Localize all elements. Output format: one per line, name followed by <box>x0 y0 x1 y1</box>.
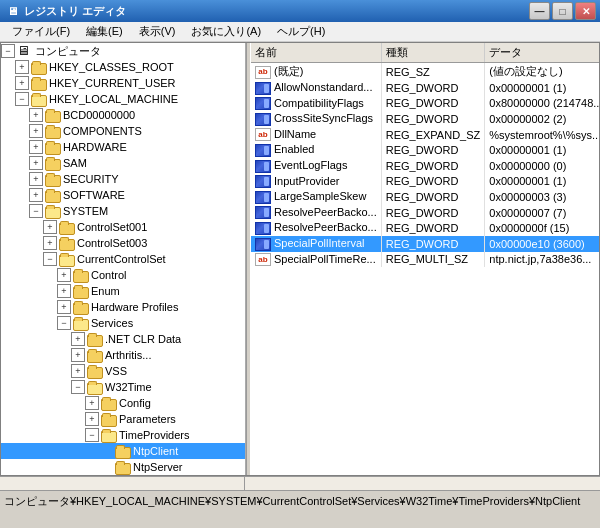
tree-node-w32time[interactable]: −W32Time <box>1 379 245 395</box>
tree-label-security: SECURITY <box>63 173 119 185</box>
expander-hwprofiles[interactable]: + <box>57 300 71 314</box>
status-bar: コンピュータ¥HKEY_LOCAL_MACHINE¥SYSTEM¥Current… <box>0 490 600 512</box>
expander-w32time[interactable]: − <box>71 380 85 394</box>
table-row[interactable]: EventLogFlags REG_DWORD 0x00000000 (0) <box>251 158 599 174</box>
col-type[interactable]: 種類 <box>381 43 485 63</box>
expander-control[interactable]: + <box>57 268 71 282</box>
cell-name: EventLogFlags <box>251 158 381 174</box>
tree-label-hardware: HARDWARE <box>63 141 127 153</box>
table-row[interactable]: SpecialPollInterval REG_DWORD 0x00000e10… <box>251 236 599 252</box>
tree-node-enum[interactable]: +Enum <box>1 283 245 299</box>
table-row[interactable]: ab(既定) REG_SZ (値の設定なし) <box>251 63 599 81</box>
expander-enum[interactable]: + <box>57 284 71 298</box>
tree-node-dotnetclr[interactable]: +.NET CLR Data <box>1 331 245 347</box>
col-data[interactable]: データ <box>485 43 599 63</box>
detail-scrollbar[interactable] <box>245 477 600 490</box>
icon-dword <box>255 175 271 188</box>
icon-sz: ab <box>255 128 271 141</box>
expander-timeproviders[interactable]: − <box>85 428 99 442</box>
tree-node-components[interactable]: +COMPONENTS <box>1 123 245 139</box>
tree-node-hkcu[interactable]: +HKEY_CURRENT_USER <box>1 75 245 91</box>
tree-node-vss[interactable]: +VSS <box>1 363 245 379</box>
expander-hkcr[interactable]: + <box>15 60 29 74</box>
expander-components[interactable]: + <box>29 124 43 138</box>
tree-node-hardware[interactable]: +HARDWARE <box>1 139 245 155</box>
tree-node-parameters[interactable]: +Parameters <box>1 411 245 427</box>
expander-services[interactable]: − <box>57 316 71 330</box>
reg-name: EventLogFlags <box>274 159 347 171</box>
tree-node-arthritis[interactable]: +Arthritis... <box>1 347 245 363</box>
expander-hardware[interactable]: + <box>29 140 43 154</box>
expander-dotnetclr[interactable]: + <box>71 332 85 346</box>
tree-node-system[interactable]: −SYSTEM <box>1 203 245 219</box>
folder-icon-services <box>73 316 89 330</box>
table-row[interactable]: Enabled REG_DWORD 0x00000001 (1) <box>251 142 599 158</box>
cell-type: REG_DWORD <box>381 158 485 174</box>
expander-vss[interactable]: + <box>71 364 85 378</box>
tree-node-hklm[interactable]: −HKEY_LOCAL_MACHINE <box>1 91 245 107</box>
cell-type: REG_MULTI_SZ <box>381 252 485 268</box>
menu-edit[interactable]: 編集(E) <box>78 22 131 41</box>
tree-node-timeproviders[interactable]: −TimeProviders <box>1 427 245 443</box>
cell-type: REG_SZ <box>381 63 485 81</box>
menu-help[interactable]: ヘルプ(H) <box>269 22 333 41</box>
expander-computer[interactable]: − <box>1 44 15 58</box>
col-name[interactable]: 名前 <box>251 43 381 63</box>
folder-icon-hklm <box>31 92 47 106</box>
expander-ccs003[interactable]: + <box>43 236 57 250</box>
tree-node-ntpserver[interactable]: NtpServer <box>1 459 245 475</box>
tree-scrollbar[interactable] <box>0 477 245 490</box>
tree-label-arthritis: Arthritis... <box>105 349 151 361</box>
tree-node-services[interactable]: −Services <box>1 315 245 331</box>
expander-software[interactable]: + <box>29 188 43 202</box>
detail-pane[interactable]: 名前 種類 データ ab(既定) REG_SZ (値の設定なし) AllowNo… <box>251 43 599 475</box>
table-row[interactable]: LargeSampleSkew REG_DWORD 0x00000003 (3) <box>251 189 599 205</box>
tree-node-computer[interactable]: −🖥コンピュータ <box>1 43 245 59</box>
expander-security[interactable]: + <box>29 172 43 186</box>
table-row[interactable]: ResolvePeerBacko... REG_DWORD 0x0000000f… <box>251 220 599 236</box>
tree-node-ccs[interactable]: −CurrentControlSet <box>1 251 245 267</box>
cell-type: REG_DWORD <box>381 174 485 190</box>
tree-node-ccs001[interactable]: +ControlSet001 <box>1 219 245 235</box>
tree-node-config[interactable]: +Config <box>1 395 245 411</box>
expander-hklm[interactable]: − <box>15 92 29 106</box>
menu-file[interactable]: ファイル(F) <box>4 22 78 41</box>
expander-arthritis[interactable]: + <box>71 348 85 362</box>
tree-node-hwprofiles[interactable]: +Hardware Profiles <box>1 299 245 315</box>
expander-ccs[interactable]: − <box>43 252 57 266</box>
table-row[interactable]: CrossSiteSyncFlags REG_DWORD 0x00000002 … <box>251 111 599 127</box>
tree-label-dotnetclr: .NET CLR Data <box>105 333 181 345</box>
table-row[interactable]: InputProvider REG_DWORD 0x00000001 (1) <box>251 174 599 190</box>
tree-node-software[interactable]: +SOFTWARE <box>1 187 245 203</box>
table-row[interactable]: abDllName REG_EXPAND_SZ %systemroot%\%sy… <box>251 127 599 143</box>
expander-ccs001[interactable]: + <box>43 220 57 234</box>
close-button[interactable]: ✕ <box>575 2 596 20</box>
expander-bcd[interactable]: + <box>29 108 43 122</box>
cell-data: 0x00000007 (7) <box>485 205 599 221</box>
expander-parameters[interactable]: + <box>85 412 99 426</box>
tree-node-bcd[interactable]: +BCD00000000 <box>1 107 245 123</box>
expander-hkcu[interactable]: + <box>15 76 29 90</box>
tree-node-ccs003[interactable]: +ControlSet003 <box>1 235 245 251</box>
tree-node-ntpclient[interactable]: NtpClient <box>1 443 245 459</box>
expander-config[interactable]: + <box>85 396 99 410</box>
folder-icon-vss <box>87 364 103 378</box>
table-row[interactable]: CompatibilityFlags REG_DWORD 0x80000000 … <box>251 96 599 112</box>
maximize-button[interactable]: □ <box>552 2 573 20</box>
tree-node-sam[interactable]: +SAM <box>1 155 245 171</box>
tree-label-enum: Enum <box>91 285 120 297</box>
expander-sam[interactable]: + <box>29 156 43 170</box>
tree-node-security[interactable]: +SECURITY <box>1 171 245 187</box>
cell-type: REG_DWORD <box>381 220 485 236</box>
menu-favorites[interactable]: お気に入り(A) <box>183 22 269 41</box>
tree-pane[interactable]: −🖥コンピュータ+HKEY_CLASSES_ROOT+HKEY_CURRENT_… <box>1 43 246 475</box>
expander-system[interactable]: − <box>29 204 43 218</box>
minimize-button[interactable]: — <box>529 2 550 20</box>
table-row[interactable]: abSpecialPollTimeRe... REG_MULTI_SZ ntp.… <box>251 252 599 268</box>
tree-node-hkcr[interactable]: +HKEY_CLASSES_ROOT <box>1 59 245 75</box>
menu-view[interactable]: 表示(V) <box>131 22 184 41</box>
tree-node-control[interactable]: +Control <box>1 267 245 283</box>
table-row[interactable]: AllowNonstandard... REG_DWORD 0x00000001… <box>251 80 599 96</box>
cell-name: Enabled <box>251 142 381 158</box>
table-row[interactable]: ResolvePeerBacko... REG_DWORD 0x00000007… <box>251 205 599 221</box>
